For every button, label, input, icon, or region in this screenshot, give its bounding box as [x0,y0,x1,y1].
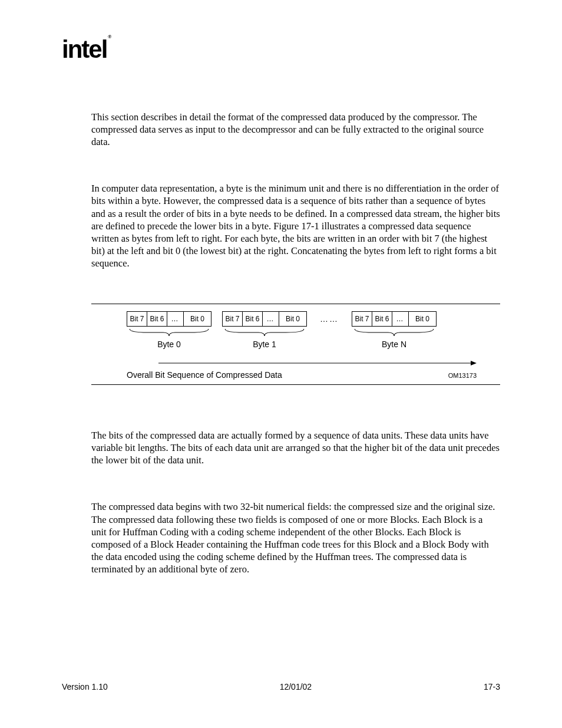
figure-body: Bit 7 Bit 6 … Bit 0 Byte 0 Bit 7 Bit 6 … [91,304,500,385]
logo-text: intel [62,35,107,63]
byte-group-0: Bit 7 Bit 6 … Bit 0 Byte 0 [127,311,211,349]
bit-cell: Bit 0 [279,312,306,326]
brace-icon [222,328,307,338]
bit-cell: Bit 7 [127,312,147,326]
bits-row-n: Bit 7 Bit 6 … Bit 0 [352,311,437,327]
bit-cell: Bit 0 [409,312,436,326]
bits-row-0: Bit 7 Bit 6 … Bit 0 [127,311,211,327]
figure-caption: Overall Bit Sequence of Compressed Data [127,370,282,380]
figure-code: OM13173 [448,372,477,379]
bit-cell: Bit 7 [223,312,243,326]
bit-cell: Bit 6 [243,312,263,326]
bit-cell: Bit 6 [372,312,392,326]
arrow-row [127,360,477,367]
bit-cell: Bit 7 [352,312,372,326]
paragraph-blocks: The compressed data begins with two 32-b… [91,500,500,575]
bit-cell-dots: … [263,312,279,326]
bit-cell: Bit 0 [184,312,211,326]
footer-date: 12/01/02 [280,682,312,691]
byte-label: Byte N [382,340,406,349]
brand-logo: intel® [62,35,110,64]
paragraph-bitorder: In computer data representation, a byte … [91,182,500,269]
figure-caption-row: Overall Bit Sequence of Compressed Data … [127,370,477,380]
paragraph-intro: This section describes in detail the for… [91,111,500,148]
byte-label: Byte 0 [157,340,181,349]
footer-version: Version 1.10 [62,682,108,691]
logo-mark: ® [108,34,111,39]
right-arrow-icon [158,360,477,367]
bit-cell-dots: … [167,312,184,326]
svg-marker-1 [471,361,477,365]
inter-byte-dots: …… [318,314,341,324]
brace-icon [352,328,437,338]
figure-17-1: Bit 7 Bit 6 … Bit 0 Byte 0 Bit 7 Bit 6 … [91,304,500,385]
page-footer: Version 1.10 12/01/02 17-3 [62,682,500,691]
byte-group-1: Bit 7 Bit 6 … Bit 0 Byte 1 [222,311,307,349]
byte-label: Byte 1 [253,340,276,349]
page-content: intel® This section describes in detail … [0,0,562,575]
bytes-row: Bit 7 Bit 6 … Bit 0 Byte 0 Bit 7 Bit 6 … [127,311,477,349]
footer-page: 17-3 [484,682,500,691]
bits-row-1: Bit 7 Bit 6 … Bit 0 [222,311,307,327]
brace-icon [127,328,211,338]
paragraph-dataunits: The bits of the compressed data are actu… [91,429,500,466]
bit-cell-dots: … [392,312,409,326]
byte-group-n: Bit 7 Bit 6 … Bit 0 Byte N [352,311,437,349]
bit-cell: Bit 6 [147,312,167,326]
